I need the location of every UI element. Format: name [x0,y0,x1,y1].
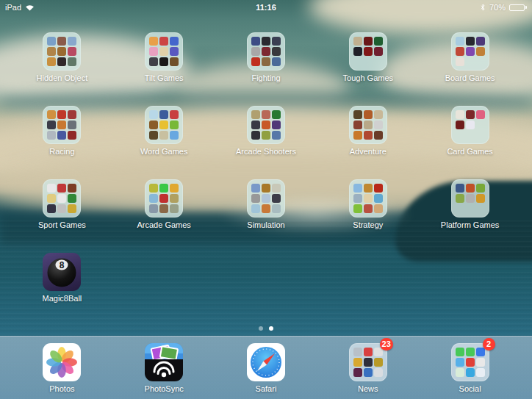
mini-app-icon [159,184,168,193]
folder-simulation[interactable]: Simulation [215,179,317,253]
safari-compass-icon [247,343,285,381]
mini-app-icon [353,194,362,203]
mini-app-icon [47,121,56,129]
folder-arcade-shooters[interactable]: Arcade Shooters [215,106,317,179]
clock: 11:16 [0,3,532,12]
folder-label: Sport Games [38,220,86,229]
mini-app-icon [272,131,281,140]
folder-strategy[interactable]: Strategy [317,179,419,253]
dock-grid: Photos PhotoSync [11,343,521,393]
dock-folder-social[interactable]: 2 Social [419,343,521,393]
mini-app-icon [364,194,373,203]
mini-app-icon [466,37,475,46]
mini-app-icon [57,37,66,46]
photosync-wifi-icon [145,343,183,381]
mini-app-icon [262,194,270,203]
folder-icon [451,106,489,144]
mini-app-icon [272,37,281,46]
dock-app-photos[interactable]: Photos [11,343,113,393]
folder-adventure[interactable]: Adventure [317,106,419,179]
mini-app-icon [57,121,66,129]
folder-racing[interactable]: Racing [11,106,113,179]
folder-hidden-object[interactable]: Hidden Object [11,32,113,106]
mini-app-icon [170,57,179,66]
page-indicator[interactable] [0,326,532,331]
mini-app-icon [170,184,179,193]
mini-app-icon [364,37,373,46]
folder-mini-icons [149,37,179,66]
folder-tilt-games[interactable]: Tilt Games [113,32,215,106]
app-magic8ball[interactable]: 8Magic8Ball [11,253,113,326]
mini-app-icon [374,131,383,140]
mini-app-icon [374,121,383,129]
folder-label: Platform Games [441,220,499,229]
mini-app-icon [149,184,158,193]
folder-fighting[interactable]: Fighting [215,32,317,106]
mini-app-icon [57,194,66,203]
dock-app-photosync[interactable]: PhotoSync [113,343,215,393]
folder-mini-icons [353,37,383,56]
dock-label: PhotoSync [145,384,184,393]
folder-sport-games[interactable]: Sport Games [11,179,113,253]
mini-app-icon [374,358,383,367]
folder-icon [145,32,183,71]
mini-app-icon [251,204,260,213]
folder-label: Tough Games [343,73,393,82]
mini-app-icon [159,194,168,203]
notification-badge: 2 [483,338,495,351]
app-label: Magic8Ball [42,294,82,303]
mini-app-icon [251,37,260,46]
ipad-home-screen: iPad 11:16 70% Hidden ObjectTilt GamesFi… [0,0,532,399]
mini-app-icon [57,184,66,193]
dock-folder-news[interactable]: 23 News [317,343,419,393]
mini-app-icon [466,194,475,203]
folder-platform-games[interactable]: Platform Games [419,179,521,253]
mini-app-icon [466,110,475,119]
folder-label: Fighting [251,73,280,82]
page-dot[interactable] [269,326,273,331]
mini-app-icon [262,121,270,129]
mini-app-icon [466,47,475,56]
mini-app-icon [47,110,56,119]
notification-badge: 23 [380,338,393,351]
mini-app-icon [272,184,281,193]
dock-label: News [358,384,378,393]
mini-app-icon [374,47,383,56]
mini-app-icon [364,121,373,129]
folder-word-games[interactable]: Word Games [113,106,215,179]
folder-tough-games[interactable]: Tough Games [317,32,419,106]
mini-app-icon [456,348,464,356]
folder-label: Arcade Games [137,220,191,229]
mini-app-icon [68,121,76,129]
mini-app-icon [456,57,464,66]
folder-icon [43,106,81,144]
mini-app-icon [466,348,475,356]
mini-app-icon [374,194,383,203]
folder-card-games[interactable]: Card Games [419,106,521,179]
folder-mini-icons [47,37,76,66]
mini-app-icon [170,204,179,213]
mini-app-icon [57,47,66,56]
mini-app-icon [364,47,373,56]
mini-app-icon [272,47,281,56]
folder-arcade-games[interactable]: Arcade Games [113,179,215,253]
mini-app-icon [47,204,56,213]
folder-board-games[interactable]: Board Games [419,32,521,106]
mini-app-icon [374,184,383,193]
mini-app-icon [57,131,66,140]
mini-app-icon [262,57,270,66]
folder-icon [247,32,285,71]
mini-app-icon [149,204,158,213]
mini-app-icon [353,348,362,356]
mini-app-icon [149,110,158,119]
mini-app-icon [456,121,464,129]
dock-app-safari[interactable]: Safari [215,343,317,393]
magic-8-ball-icon: 8 [43,253,81,291]
page-dot[interactable] [259,326,263,331]
mini-app-icon [456,47,464,56]
mini-app-icon [251,131,260,140]
folder-mini-icons [149,110,179,140]
mini-app-icon [353,358,362,367]
mini-app-icon [262,110,270,119]
folder-label: Card Games [447,147,492,156]
